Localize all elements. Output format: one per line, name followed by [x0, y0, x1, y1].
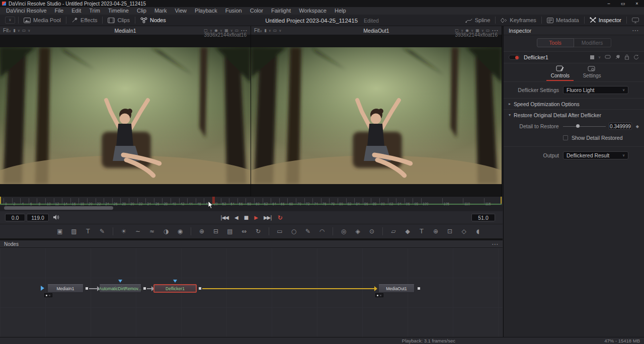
stereo-dropdown-icon[interactable]: ∨ — [28, 29, 30, 33]
tab-modifiers[interactable]: Modifiers — [574, 38, 611, 47]
viewer-options-icon[interactable]: ••• — [240, 29, 248, 32]
camera-3d-tool-icon[interactable]: ◇ — [460, 228, 467, 235]
rectangle-mask-tool-icon[interactable]: ▭ — [276, 228, 283, 235]
tracker-tool-icon[interactable]: ◎ — [340, 228, 347, 235]
play-button[interactable]: ▶ — [254, 215, 258, 220]
minimize-button[interactable]: – — [602, 1, 616, 6]
ab-buffer-icon[interactable]: ▮ — [264, 28, 266, 33]
hue-curves-tool-icon[interactable]: ≈ — [148, 228, 155, 235]
text-plus-tool-icon[interactable]: T — [85, 228, 92, 235]
node-output-connector[interactable] — [199, 287, 201, 290]
menu-edit[interactable]: Edit — [67, 7, 85, 15]
image-plane-3d-tool-icon[interactable]: ▱ — [390, 228, 397, 235]
node-color-dropdown-icon[interactable]: ∨ — [598, 55, 601, 59]
color-curves-tool-icon[interactable]: ∼ — [134, 228, 141, 235]
go-to-end-button[interactable]: ▶▶| — [264, 215, 272, 220]
current-frame-field[interactable]: 51.0 — [471, 214, 495, 221]
node-connection[interactable] — [147, 288, 151, 289]
subtab-settings[interactable]: Settings — [583, 65, 601, 81]
text-3d-tool-icon[interactable]: T — [418, 228, 425, 235]
menu-fusion[interactable]: Fusion — [221, 7, 246, 15]
inspector-button[interactable]: Inspector — [585, 15, 626, 26]
close-button[interactable]: × — [630, 1, 644, 6]
loop-button[interactable]: ↻ — [278, 215, 282, 221]
zoom-fit-dropdown[interactable]: Fit∨ — [254, 28, 262, 33]
media-out-tool-icon[interactable]: ▤ — [226, 228, 233, 235]
output-dropdown[interactable]: Deflickered Result ∨ — [563, 151, 628, 159]
planar-tracker-tool-icon[interactable]: ◈ — [354, 228, 361, 235]
matte-control-tool-icon[interactable]: ⊟ — [212, 228, 219, 235]
zoom-fit-dropdown[interactable]: Fit∨ — [3, 28, 11, 33]
pin-icon[interactable] — [615, 54, 620, 61]
node-input-icon[interactable] — [41, 286, 44, 291]
node-enable-toggle[interactable] — [509, 55, 520, 60]
subtab-controls[interactable]: Controls — [546, 65, 574, 81]
menu-help[interactable]: Help — [331, 7, 350, 15]
menu-playback[interactable]: Playback — [191, 7, 221, 15]
slider-handle[interactable] — [576, 124, 580, 128]
blur-tool-icon[interactable]: ◉ — [177, 228, 184, 235]
cube-3d-tool-icon[interactable]: ⊡ — [446, 228, 453, 235]
metadata-button[interactable]: Metadata — [542, 15, 584, 26]
mask-input-icon[interactable] — [118, 280, 122, 283]
stereo-icon[interactable]: ▭ — [22, 28, 26, 33]
effects-button[interactable]: Effects — [66, 15, 102, 26]
timeline-scrollbar[interactable] — [4, 206, 113, 210]
polygon-mask-tool-icon[interactable]: ✎ — [304, 228, 311, 235]
keyframes-button[interactable]: Keyframes — [496, 15, 541, 26]
menu-mark[interactable]: Mark — [150, 7, 171, 15]
menu-view[interactable]: View — [171, 7, 191, 15]
stereo-dropdown-icon[interactable]: ∨ — [279, 29, 281, 33]
lock-icon[interactable] — [624, 54, 629, 61]
node-color-icon[interactable] — [590, 55, 594, 59]
mask-input-icon[interactable] — [173, 280, 177, 283]
nodes-options-icon[interactable]: ••• — [492, 242, 499, 246]
clips-button[interactable]: Clips — [103, 15, 134, 26]
panel-toggle-button[interactable]: ∨ — [5, 17, 15, 24]
buffer-dropdown-icon[interactable]: ∨ — [18, 29, 20, 33]
node-deflicker1[interactable]: Deflicker1 — [153, 284, 197, 293]
menu-davinci-resolve[interactable]: DaVinci Resolve — [2, 7, 51, 15]
resize-tool-icon[interactable]: ⇔ — [240, 228, 248, 235]
renderer-3d-tool-icon[interactable]: ◖ — [474, 228, 481, 235]
buffer-dropdown-icon[interactable]: ∨ — [269, 29, 271, 33]
node-connection[interactable] — [89, 288, 97, 289]
node-output-connector[interactable] — [143, 287, 146, 290]
menu-clip[interactable]: Clip — [133, 7, 150, 15]
cache-icon[interactable] — [605, 54, 611, 60]
shape-3d-tool-icon[interactable]: ◆ — [404, 228, 411, 235]
ab-buffer-icon[interactable]: ▮ — [13, 28, 15, 33]
menu-timeline[interactable]: Timeline — [104, 7, 133, 15]
ellipse-mask-tool-icon[interactable]: ○ — [290, 228, 297, 235]
reset-icon[interactable] — [633, 54, 639, 61]
play-reverse-button[interactable]: ◀ — [234, 215, 238, 220]
timeline-ruler[interactable]: 0246810121416182022242628303234363840424… — [0, 196, 503, 205]
section-speed-optimization[interactable]: ▸ Speed Optimization Options — [504, 98, 644, 109]
menu-fairlight[interactable]: Fairlight — [267, 7, 295, 15]
deflicker-settings-dropdown[interactable]: Fluoro Light ∨ — [563, 86, 628, 94]
timeline-scrollbar-track[interactable] — [0, 205, 503, 211]
lightbox-button[interactable] — [627, 15, 644, 26]
transform-tool-icon[interactable]: ↻ — [255, 228, 262, 235]
bspline-mask-tool-icon[interactable]: ◠ — [318, 228, 326, 235]
section-restore-original-detail[interactable]: ▾ Restore Original Detail After Deflicke… — [504, 109, 644, 120]
go-to-start-button[interactable]: |◀◀ — [220, 215, 228, 220]
merge-3d-tool-icon[interactable]: ⊕ — [432, 228, 439, 235]
node-output-connector[interactable] — [86, 287, 88, 290]
menu-color[interactable]: Color — [246, 7, 267, 15]
media-pool-button[interactable]: Media Pool — [19, 15, 66, 26]
node-automaticdirtremov[interactable]: AutomaticDirtRemov... — [99, 284, 141, 293]
background-tool-icon[interactable]: ▨ — [70, 228, 77, 235]
mediain-tool-icon[interactable]: ▣ — [56, 228, 63, 235]
nodes-button[interactable]: Nodes — [135, 15, 171, 26]
color-corrector-tool-icon[interactable]: ☀ — [120, 228, 127, 235]
viewer-canvas[interactable] — [251, 35, 502, 196]
detail-to-restore-slider[interactable] — [563, 126, 606, 127]
stereo-icon[interactable]: ▭ — [273, 28, 277, 33]
spline-button[interactable]: Spline — [460, 15, 496, 26]
menu-trim[interactable]: Trim — [85, 7, 104, 15]
node-mediain1[interactable]: MediaIn1 — [47, 284, 84, 293]
viewer-options-icon[interactable]: ••• — [492, 29, 499, 32]
node-mediaout1[interactable]: MediaOut1 — [378, 284, 415, 293]
menu-workspace[interactable]: Workspace — [295, 7, 331, 15]
